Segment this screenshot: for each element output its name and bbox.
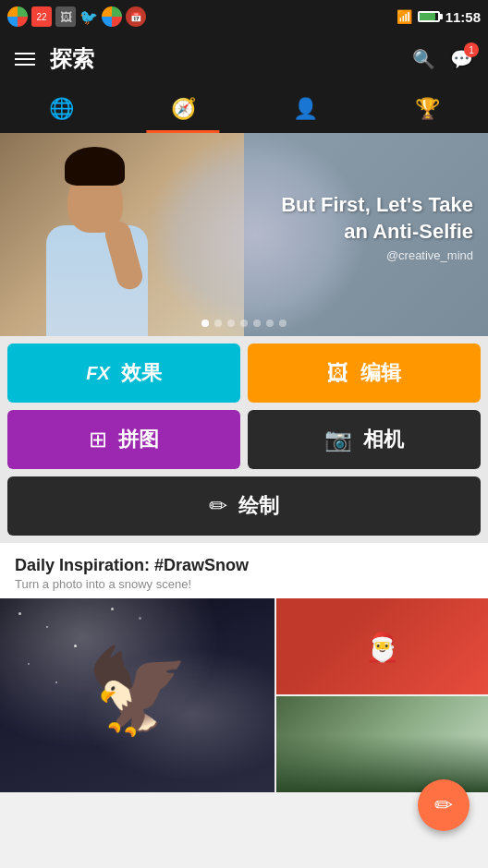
search-button[interactable]: 🔍: [412, 48, 435, 70]
tab-compass[interactable]: 🧭: [122, 85, 244, 133]
app-icon-1: [7, 6, 28, 27]
collage-icon: ⊞: [89, 427, 107, 452]
chrome-icon: [102, 6, 122, 27]
snow-particle: [139, 617, 141, 620]
edit-label: 编辑: [360, 359, 401, 387]
snow-particle: [74, 645, 77, 647]
dot-4: [240, 319, 248, 327]
christmas-content: 🎅: [276, 598, 488, 694]
hero-text-block: But First, Let's Takean Anti-Selfie @cre…: [281, 192, 473, 262]
dot-7: [279, 319, 287, 327]
snow-particle: [18, 612, 21, 615]
twitter-icon: 🐦: [79, 8, 98, 26]
page-title: 探索: [50, 44, 397, 74]
daily-inspiration-title: Daily Inspiration: #DrawSnow: [15, 556, 473, 575]
fx-button[interactable]: FX 效果: [7, 344, 240, 403]
person-icon: 👤: [293, 97, 318, 121]
snow-particle: [28, 663, 30, 665]
calendar-icon: 22: [31, 6, 52, 27]
hero-title: But First, Let's Takean Anti-Selfie: [281, 192, 473, 245]
trophy-icon: 🏆: [415, 97, 440, 121]
status-right: 📶 11:58: [396, 9, 481, 25]
time-display: 11:58: [445, 9, 481, 25]
tab-person[interactable]: 👤: [244, 85, 366, 133]
fx-icon: FX: [86, 363, 110, 384]
status-bar: 22 🖼 🐦 📅 📶 11:58: [0, 0, 488, 33]
function-buttons: FX 效果 🖼 编辑 ⊞ 拼图 📷 相机 ✏ 绘制: [0, 336, 488, 543]
snow-particle: [111, 608, 114, 610]
photo-icon: 🖼: [55, 6, 76, 27]
notification-badge: 1: [464, 42, 479, 57]
camera-button[interactable]: 📷 相机: [248, 410, 481, 469]
snow-particle: [46, 626, 48, 628]
dot-1: [201, 319, 209, 327]
tab-bar: 🌐 🧭 👤 🏆: [0, 85, 488, 133]
collage-button[interactable]: ⊞ 拼图: [7, 410, 240, 469]
fab-edit-icon: ✏: [434, 792, 453, 818]
menu-button[interactable]: [15, 53, 35, 66]
compass-icon: 🧭: [171, 97, 196, 121]
photo-grid: 🦅 🎅: [0, 598, 488, 792]
daily-inspiration: Daily Inspiration: #DrawSnow Turn a phot…: [0, 543, 488, 598]
daily-inspiration-subtitle: Turn a photo into a snowy scene!: [15, 577, 473, 591]
camera-label: 相机: [363, 426, 404, 453]
dot-5: [253, 319, 261, 327]
globe-icon: 🌐: [49, 97, 74, 121]
battery-icon: [418, 11, 440, 22]
draw-button[interactable]: ✏ 绘制: [7, 476, 481, 536]
photo-wings[interactable]: 🦅: [0, 598, 274, 792]
edit-button[interactable]: 🖼 编辑: [248, 344, 481, 403]
wifi-icon: 📶: [396, 9, 412, 24]
dot-6: [266, 319, 274, 327]
fx-label: 效果: [121, 359, 162, 387]
camera-icon: 📷: [324, 427, 352, 452]
draw-icon: ✏: [209, 493, 227, 519]
dot-2: [214, 319, 222, 327]
tab-trophy[interactable]: 🏆: [366, 85, 488, 133]
hero-pagination-dots: [201, 319, 287, 327]
notification-button[interactable]: 💬 1: [450, 48, 473, 70]
tab-globe[interactable]: 🌐: [0, 85, 122, 133]
top-nav: 探索 🔍 💬 1: [0, 33, 488, 85]
snow-particle: [55, 681, 57, 683]
photo-winter-mountain[interactable]: [276, 696, 488, 792]
photo-christmas[interactable]: 🎅: [276, 598, 488, 694]
hero-credit: @creative_mind: [281, 248, 473, 262]
status-icons-left: 22 🖼 🐦 📅: [7, 6, 146, 27]
fab-button[interactable]: ✏: [418, 779, 470, 831]
collage-label: 拼图: [118, 426, 159, 453]
dot-3: [227, 319, 235, 327]
app-icon-red: 📅: [126, 6, 146, 27]
photo-right-column: 🎅: [276, 598, 488, 792]
hero-banner: But First, Let's Takean Anti-Selfie @cre…: [0, 133, 488, 336]
wings-figure: 🦅: [0, 598, 274, 792]
edit-icon: 🖼: [327, 360, 349, 386]
draw-label: 绘制: [238, 492, 279, 520]
